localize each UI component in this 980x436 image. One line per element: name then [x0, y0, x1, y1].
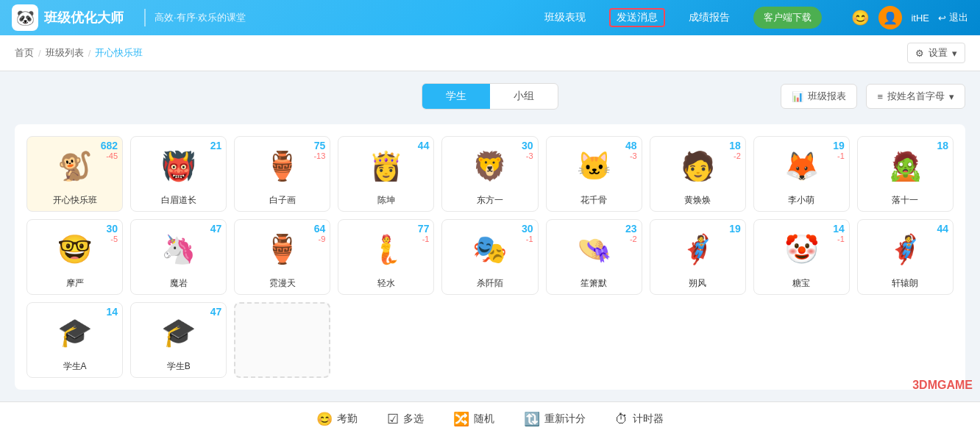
header: 🐼 班级优化大师 高效·有序·欢乐的课堂 班级表现 发送消息 成绩报告 客户端下… [0, 0, 980, 35]
score-main: 21 [210, 140, 222, 151]
logout-button[interactable]: ↩ 退出 [938, 11, 968, 24]
nav-class-performance[interactable]: 班级表现 [539, 8, 592, 27]
breadcrumb-current: 开心快乐班 [95, 46, 143, 60]
toolbar-计时器[interactable]: ⏱ 计时器 [615, 412, 664, 427]
score-main: 18 [937, 140, 948, 151]
breadcrumb: 首页 / 班级列表 / 开心快乐班 [15, 46, 143, 60]
student-card[interactable]: 64 -9 🏺 霓漫天 [234, 219, 330, 295]
student-card[interactable]: 44 👸 陈坤 [338, 136, 434, 212]
student-avatar: 🤓 [52, 226, 99, 273]
student-card[interactable]: 19 🦸 朔风 [650, 219, 746, 295]
score-main: 19 [833, 140, 845, 151]
card-scores: 30 -5 [107, 223, 118, 243]
card-scores: 44 [418, 140, 430, 151]
toolbar-考勤[interactable]: 😊 考勤 [316, 411, 358, 427]
student-name: 糖宝 [759, 277, 845, 290]
add-icon [240, 312, 324, 371]
student-card[interactable]: 682 -45 🐒 开心快乐班 [26, 136, 123, 212]
sort-chevron-icon: ▾ [949, 91, 954, 102]
bottom-toolbar: 😊 考勤 ☑ 多选 🔀 随机 🔃 重新计分 ⏱ 计时器 [0, 401, 980, 436]
student-avatar: 🦸 [674, 226, 721, 273]
score-delta: -13 [313, 151, 325, 160]
score-main: 14 [107, 306, 118, 318]
score-delta: -2 [630, 235, 637, 243]
student-avatar: 🎭 [466, 226, 514, 273]
header-right: 😊 👤 itHE ↩ 退出 [851, 6, 968, 29]
toolbar-icon: 😊 [316, 411, 333, 427]
card-scores: 64 -9 [314, 223, 326, 243]
avatar-emoji: 👸 [369, 152, 403, 180]
class-report-button[interactable]: 📊 班级报表 [781, 84, 857, 109]
student-name: 轻水 [343, 277, 429, 290]
student-avatar: 🏺 [259, 226, 306, 273]
controls-row: 学生 小组 📊 班级报表 ≡ 按姓名首字母 ▾ [15, 83, 965, 110]
sort-button[interactable]: ≡ 按姓名首字母 ▾ [866, 84, 965, 109]
nav-send-message[interactable]: 发送消息 [609, 8, 665, 27]
student-card[interactable]: 19 -1 🦊 李小萌 [753, 136, 850, 212]
student-name: 白眉道长 [135, 194, 221, 207]
student-card[interactable]: 77 -1 🧜 轻水 [338, 219, 434, 295]
toolbar-随机[interactable]: 🔀 随机 [453, 411, 494, 427]
avatar-emoji: 🦄 [161, 235, 196, 263]
student-card[interactable]: 30 -1 🎭 杀阡陌 [441, 219, 538, 295]
score-main: 75 [314, 140, 326, 151]
student-card[interactable]: 30 -3 🦁 东方一 [441, 136, 538, 212]
card-scores: 21 [210, 140, 222, 151]
breadcrumb-home[interactable]: 首页 [15, 46, 34, 60]
avatar-emoji: 🦸 [681, 235, 715, 263]
toolbar-多选[interactable]: ☑ 多选 [387, 411, 424, 427]
student-avatar: 🏺 [259, 143, 306, 190]
download-button[interactable]: 客户端下载 [753, 7, 822, 29]
student-card[interactable]: 14 🎓 学生A [26, 302, 123, 378]
score-main: 30 [107, 223, 118, 235]
toolbar-icon: ☑ [387, 411, 399, 427]
student-name: 李小萌 [759, 194, 845, 207]
student-card[interactable]: 75 -13 🏺 白子画 [234, 136, 330, 212]
student-avatar: 🤡 [778, 226, 825, 273]
toolbar-重新计分[interactable]: 🔃 重新计分 [524, 411, 586, 427]
header-nav: 班级表现 发送消息 成绩报告 客户端下载 😊 👤 itHE ↩ 退出 [539, 6, 968, 29]
student-card[interactable]: 44 🦸 轩辕朗 [857, 219, 954, 295]
toolbar-icon: 🔀 [453, 411, 469, 427]
student-card[interactable]: 30 -5 🤓 摩严 [26, 219, 123, 295]
student-card[interactable]: 48 -3 🐱 花千骨 [546, 136, 642, 212]
avatar-emoji: 🐒 [57, 152, 92, 180]
score-main: 47 [210, 306, 222, 318]
student-card[interactable]: 18 🧟 落十一 [857, 136, 954, 212]
tab-student[interactable]: 学生 [422, 84, 490, 109]
student-avatar: 🦄 [155, 226, 202, 273]
notification-icon[interactable]: 😊 [851, 9, 870, 26]
add-student-card[interactable] [234, 302, 330, 378]
student-card[interactable]: 47 🦄 魔岩 [130, 219, 227, 295]
avatar-emoji: 🏺 [265, 235, 299, 263]
card-scores: 47 [210, 223, 222, 235]
score-main: 19 [729, 223, 741, 235]
card-scores: 19 [729, 223, 741, 235]
score-delta: -1 [422, 235, 430, 243]
breadcrumb-class-list[interactable]: 班级列表 [46, 46, 84, 60]
student-avatar: 🐱 [570, 143, 617, 190]
score-main: 14 [833, 223, 845, 235]
user-avatar[interactable]: 👤 [878, 6, 902, 29]
card-scores: 75 -13 [313, 140, 325, 160]
nav-grade-report[interactable]: 成绩报告 [683, 8, 736, 27]
student-card[interactable]: 47 🎓 学生B [130, 302, 227, 378]
student-card[interactable]: 18 -2 🧑 黄焕焕 [650, 136, 746, 212]
right-controls: 📊 班级报表 ≡ 按姓名首字母 ▾ [781, 84, 965, 109]
toolbar-label: 考勤 [337, 412, 358, 426]
score-main: 77 [418, 223, 430, 235]
student-card[interactable]: 21 👹 白眉道长 [130, 136, 227, 212]
student-card[interactable]: 23 -2 👒 笙箫默 [546, 219, 642, 295]
score-main: 44 [418, 140, 430, 151]
avatar-emoji: 🏺 [265, 152, 299, 180]
avatar-emoji: 👒 [577, 235, 611, 263]
toolbar-label: 随机 [474, 412, 494, 426]
tab-group[interactable]: 小组 [490, 84, 558, 109]
student-avatar: 🧑 [674, 143, 721, 190]
student-avatar: 🧜 [363, 226, 410, 273]
settings-button[interactable]: ⚙ 设置 ▾ [907, 43, 965, 63]
student-card[interactable]: 14 -1 🤡 糖宝 [753, 219, 850, 295]
toolbar-label: 计时器 [633, 412, 664, 426]
avatar-emoji: 🦁 [472, 152, 507, 180]
score-delta: -2 [734, 151, 741, 160]
